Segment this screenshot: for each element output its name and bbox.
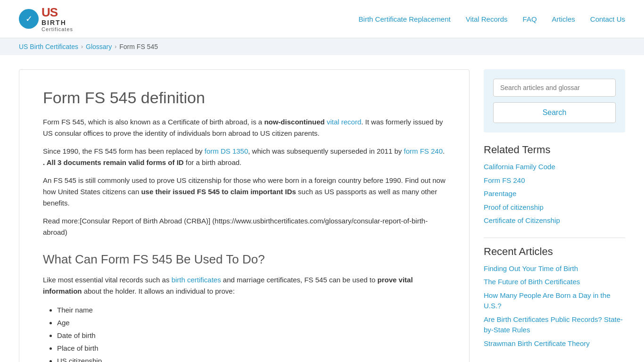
breadcrumb-glossary[interactable]: Glossary	[86, 43, 112, 50]
related-terms-section: Related Terms California Family Code For…	[484, 144, 625, 226]
breadcrumb-current: Form FS 545	[119, 43, 158, 50]
list-item: Age	[57, 316, 446, 329]
article-3[interactable]: Are Birth Certificates Public Records? S…	[484, 314, 625, 336]
para-4: Read more:[Consular Report of Birth Abro…	[43, 215, 446, 238]
link-fs240[interactable]: form FS 240	[404, 147, 443, 155]
link-birth-certificates[interactable]: birth certificates	[172, 276, 221, 284]
nav-vital-records[interactable]: Vital Records	[466, 15, 508, 23]
article-4[interactable]: Strawman Birth Certificate Theory	[484, 338, 625, 349]
logo-us: US	[41, 6, 73, 19]
link-vital-record[interactable]: vital record	[327, 118, 361, 126]
related-term-2[interactable]: Parentage	[484, 189, 625, 199]
breadcrumb-sep-1: ›	[81, 43, 83, 50]
recent-articles-section: Recent Articles Finding Out Your Time of…	[484, 246, 625, 349]
logo[interactable]: ✓ US BIRTH Certificates	[19, 6, 73, 32]
nav-birth-certificate[interactable]: Birth Certificate Replacement	[359, 15, 451, 23]
article-2[interactable]: How Many People Are Born a Day in the U.…	[484, 290, 625, 312]
content-area: Form FS 545 definition Form FS 545, whic…	[19, 69, 470, 362]
sidebar: Search Related Terms California Family C…	[484, 69, 625, 362]
search-input[interactable]	[493, 79, 616, 97]
search-box: Search	[484, 69, 625, 132]
nav-articles[interactable]: Articles	[552, 15, 575, 23]
page-title: Form FS 545 definition	[43, 89, 446, 107]
para-3: An FS 545 is still commonly used to prov…	[43, 175, 446, 209]
link-ds1350[interactable]: form DS 1350	[205, 147, 248, 155]
para-5: Like most essential vital records such a…	[43, 274, 446, 297]
main-nav: Birth Certificate Replacement Vital Reco…	[359, 15, 625, 23]
breadcrumb-sep-2: ›	[115, 43, 116, 50]
search-button[interactable]: Search	[493, 102, 616, 123]
related-term-0[interactable]: California Family Code	[484, 162, 625, 173]
related-term-1[interactable]: Form FS 240	[484, 175, 625, 186]
recent-articles-heading: Recent Articles	[484, 246, 625, 258]
logo-text: US BIRTH Certificates	[41, 6, 73, 32]
related-term-4[interactable]: Certificate of Citizenship	[484, 215, 625, 226]
article-1[interactable]: The Future of Birth Certificates	[484, 277, 625, 288]
list-item: Their name	[57, 304, 446, 316]
logo-check-icon: ✓	[19, 9, 39, 29]
list-item: Date of birth	[57, 329, 446, 342]
bold-now-discontinued: now-discontinued	[264, 118, 324, 126]
list-item: Place of birth	[57, 342, 446, 354]
article-0[interactable]: Finding Out Your Time of Birth	[484, 263, 625, 274]
site-header: ✓ US BIRTH Certificates Birth Certificat…	[0, 0, 644, 38]
nav-faq[interactable]: FAQ	[523, 15, 537, 23]
related-terms-heading: Related Terms	[484, 144, 625, 156]
logo-birth: BIRTH	[41, 19, 73, 26]
sidebar-divider	[484, 238, 625, 238]
main-container: Form FS 545 definition Form FS 545, whic…	[0, 55, 644, 362]
para-1: Form FS 545, which is also known as a Ce…	[43, 116, 446, 139]
section-title: What Can Form FS 545 Be Used To Do?	[43, 252, 446, 267]
breadcrumb: US Birth Certificates › Glossary › Form …	[0, 38, 644, 55]
logo-certificates: Certificates	[41, 26, 73, 32]
breadcrumb-home[interactable]: US Birth Certificates	[19, 43, 78, 50]
list-prove-items: Their name Age Date of birth Place of bi…	[57, 304, 446, 362]
related-term-3[interactable]: Proof of citizenship	[484, 202, 625, 213]
nav-contact[interactable]: Contact Us	[590, 15, 625, 23]
list-item: US citizenship	[57, 354, 446, 362]
bold-use-fs545: use their issued FS 545 to claim importa…	[141, 188, 296, 196]
bold-3-docs: . All 3 documents remain valid forms of …	[43, 158, 184, 166]
para-2: Since 1990, the FS 545 form has been rep…	[43, 146, 446, 168]
